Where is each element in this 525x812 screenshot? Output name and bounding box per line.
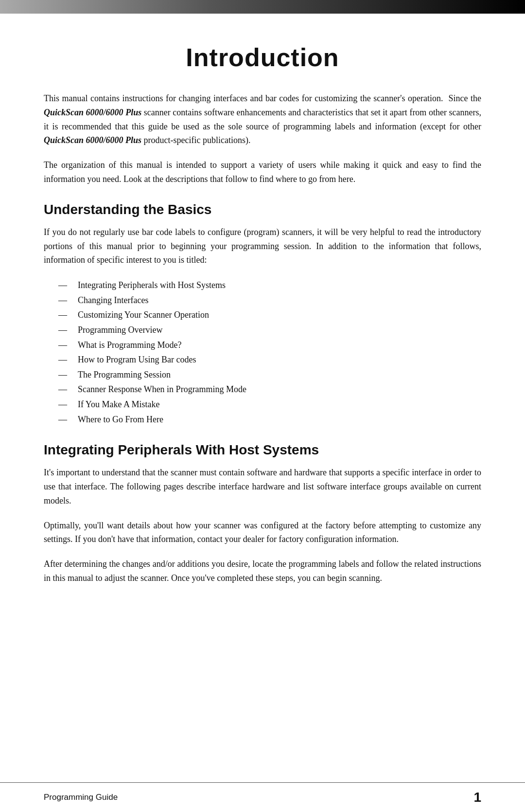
list-item: What is Programming Mode? bbox=[73, 338, 481, 353]
list-item: Changing Interfaces bbox=[73, 293, 481, 308]
intro-text-start: This manual contains instructions for ch… bbox=[44, 93, 481, 103]
list-item: Where to Go From Here bbox=[73, 412, 481, 427]
list-item: The Programming Session bbox=[73, 367, 481, 382]
list-item: How to Program Using Bar codes bbox=[73, 352, 481, 367]
product-name-1: QuickScan 6000/6000 Plus bbox=[44, 108, 141, 117]
section-1-heading: Understanding the Basics bbox=[44, 202, 481, 217]
section-2-paragraph-3: After determining the changes and/or add… bbox=[44, 557, 481, 585]
intro-paragraph-1: This manual contains instructions for ch… bbox=[44, 91, 481, 147]
list-item: Programming Overview bbox=[73, 323, 481, 338]
page-footer: Programming Guide 1 bbox=[0, 782, 525, 812]
intro-paragraph-2: The organization of this manual is inten… bbox=[44, 158, 481, 186]
bullet-list: Integrating Peripherals with Host System… bbox=[73, 278, 481, 427]
section-1-paragraph: If you do not regularly use bar code lab… bbox=[44, 225, 481, 267]
section-2-paragraph-1: It's important to understand that the sc… bbox=[44, 466, 481, 507]
list-item: Customizing Your Scanner Operation bbox=[73, 307, 481, 323]
section-2-paragraph-2: Optimally, you'll want details about how… bbox=[44, 519, 481, 547]
product-name-2: QuickScan 6000/6000 Plus bbox=[44, 135, 141, 145]
list-item: Scanner Response When in Programming Mod… bbox=[73, 382, 481, 397]
top-bar bbox=[0, 0, 525, 14]
list-item: If You Make A Mistake bbox=[73, 397, 481, 412]
footer-page-number: 1 bbox=[473, 790, 481, 805]
list-item: Integrating Peripherals with Host System… bbox=[73, 278, 481, 293]
page-title: Introduction bbox=[44, 43, 481, 72]
intro-text-end: product-specific publications). bbox=[141, 135, 250, 145]
section-2-heading: Integrating Peripherals With Host System… bbox=[44, 442, 481, 458]
footer-label: Programming Guide bbox=[44, 793, 118, 802]
